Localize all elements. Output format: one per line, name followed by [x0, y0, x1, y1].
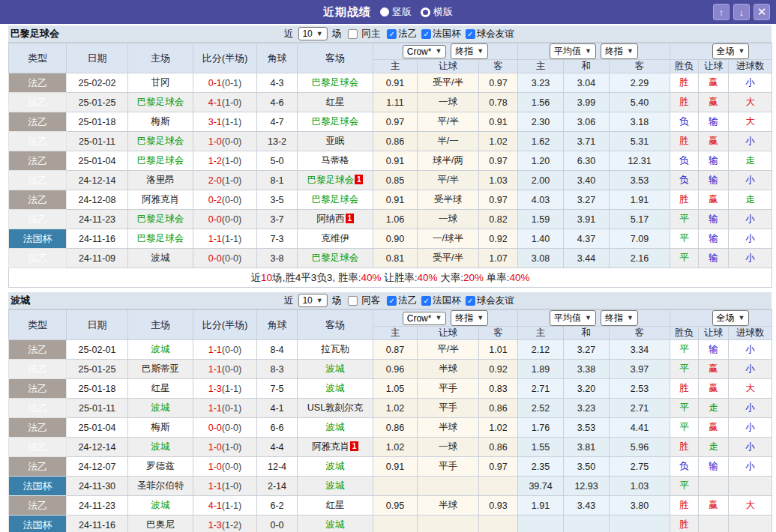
sub-col-label: 主 [518, 60, 564, 73]
bookmaker-select[interactable]: Crow*▼ [403, 312, 447, 325]
handicap-result-cell: 走 [699, 399, 729, 418]
away-odds-cell [479, 477, 518, 496]
home-team-cell: 波城 [128, 340, 193, 360]
radio-horizontal-layout[interactable]: 横版 [421, 5, 453, 19]
away-team-name: 阿纳西 [316, 214, 345, 224]
radio-horizontal-label: 横版 [433, 5, 453, 19]
league-checkbox[interactable]: ✓ [421, 29, 431, 39]
league-checkbox[interactable]: ✓ [387, 296, 397, 306]
same-venue-label: 同客 [361, 294, 380, 307]
avg-away-cell: 2.16 [610, 249, 670, 268]
fulltime-select[interactable]: 全场▼ [712, 310, 750, 326]
same-venue-checkbox[interactable]: ✓ [348, 296, 358, 306]
halftime-score: (0-0) [222, 195, 241, 205]
sub-col-label: 胜负 [670, 60, 699, 73]
league-checkbox[interactable]: ✓ [421, 296, 431, 306]
table-row: 法乙25-01-11波城1-1(0-1)4-1USL敦刻尔克1.02平手0.86… [9, 399, 772, 418]
corner-cell: 7-3 [257, 229, 298, 249]
league-checkbox[interactable]: ✓ [466, 296, 475, 306]
move-up-button[interactable]: ↑ [713, 4, 730, 20]
panel-title: 近期战绩 [323, 5, 371, 19]
corner-cell: 2-14 [257, 477, 298, 496]
handicap-result-cell: 走 [699, 438, 729, 457]
goals-result-cell: 小 [729, 171, 772, 190]
type-cell: 法乙 [9, 418, 67, 438]
close-button[interactable]: ✕ [754, 4, 770, 20]
avg-home-cell: 1.89 [518, 360, 564, 379]
away-team-name: 巴黎足球会 [312, 116, 359, 127]
average-select[interactable]: 平均值▼ [550, 310, 596, 326]
average-select[interactable]: 平均值▼ [550, 43, 596, 59]
table-row: 法乙24-12-07罗德兹1-0(0-0)12-4波城0.91平手0.972.3… [9, 457, 772, 477]
final-odds-select-2[interactable]: 终指▼ [601, 310, 638, 326]
fulltime-score: 4-1 [208, 501, 222, 511]
match-count-select[interactable]: 10 ▼ [298, 27, 327, 40]
summary-text: 40% [361, 272, 381, 283]
fulltime-score: 1-1 [208, 403, 222, 414]
table-row: 法乙24-12-14洛里昂2-0(1-0)8-1巴黎足球会10.85平/半1.0… [9, 171, 772, 190]
score-cell: 1-0(0-0) [193, 132, 257, 151]
corner-cell: 4-3 [257, 73, 298, 93]
away-team-name: 巴黎足球会 [307, 175, 355, 185]
home-team-name: 巴黎足球会 [137, 97, 184, 107]
summary-row: 近10场,胜4平3负3, 胜率:40% 让胜率:40% 大率:20% 单率:40… [9, 268, 772, 288]
chevron-down-icon: ▼ [477, 48, 484, 55]
result-cell: 平 [670, 340, 699, 360]
away-team-name: 波城 [326, 519, 345, 530]
away-odds-cell: 0.97 [479, 190, 518, 210]
league-label: 法乙 [398, 295, 417, 306]
result-cell: 负 [670, 112, 699, 132]
avg-home-cell: 2.12 [518, 340, 564, 360]
date-cell: 25-01-04 [67, 418, 128, 438]
avg-draw-cell: 3.91 [564, 210, 610, 229]
away-team-cell: 波城 [298, 418, 373, 438]
away-team-name: 巴黎足球会 [312, 194, 359, 205]
games-label: 场 [332, 28, 342, 40]
title-bar: 近期战绩 竖版 横版 ↑ ↓ ✕ [0, 0, 776, 24]
league-filters: ✓法乙✓法国杯✓球会友谊 [382, 294, 514, 307]
handicap-cell: 受平/半 [418, 73, 479, 93]
halftime-score: (1-0) [222, 175, 241, 186]
avg-draw-cell: 3.40 [564, 171, 610, 190]
date-cell: 25-01-11 [67, 132, 128, 151]
team-section: 波城 近 10 ▼ 场 ✓ 同客 ✓法乙✓法国杯✓球会友谊 [0, 292, 776, 532]
fulltime-score: 1-2 [208, 156, 222, 166]
sub-col-label: 进球数 [729, 60, 772, 73]
move-down-button[interactable]: ↓ [733, 4, 750, 20]
home-team-cell: 波城 [128, 399, 193, 418]
sub-col-label: 胜负 [670, 327, 699, 340]
score-cell: 1-1(1-0) [193, 477, 257, 496]
away-team-cell: 巴黎足球会1 [298, 171, 373, 190]
handicap-cell: 半球 [418, 360, 479, 379]
fulltime-score: 2-0 [208, 175, 222, 186]
league-checkbox[interactable]: ✓ [466, 29, 475, 39]
avg-away-cell: 5.96 [610, 438, 670, 457]
fulltime-score: 3-1 [208, 117, 222, 127]
bookmaker-select[interactable]: Crow*▼ [403, 45, 447, 58]
final-odds-select-2[interactable]: 终指▼ [601, 43, 638, 59]
match-count-select[interactable]: 10 ▼ [298, 294, 327, 307]
final-odds-select-1[interactable]: 终指▼ [451, 310, 488, 326]
league-checkbox[interactable]: ✓ [387, 29, 397, 39]
halftime-score: (1-0) [222, 481, 241, 492]
table-row: 法乙24-11-23波城4-1(1-1)6-2红星0.95半球0.931.913… [9, 496, 772, 516]
radio-vertical-layout[interactable]: 竖版 [380, 5, 412, 19]
date-cell: 24-11-16 [67, 516, 128, 532]
home-odds-cell: 0.86 [373, 418, 418, 438]
halftime-score: (0-1) [222, 78, 241, 88]
away-team-cell: 红星 [298, 93, 373, 112]
table-row: 法乙25-02-02甘冈0-1(0-1)4-3巴黎足球会0.91受平/半0.97… [9, 73, 772, 93]
home-odds-cell: 1.05 [373, 379, 418, 399]
table-row: 法乙24-11-09波城0-0(0-0)3-8巴黎足球会0.81受平/半1.07… [9, 249, 772, 268]
home-odds-cell: 1.11 [373, 93, 418, 112]
fulltime-select[interactable]: 全场▼ [712, 43, 750, 59]
summary-text: 40% [418, 272, 438, 283]
handicap-result-cell: 赢 [699, 496, 729, 516]
final-odds-select-1[interactable]: 终指▼ [451, 43, 488, 59]
type-cell: 法国杯 [9, 477, 67, 496]
handicap-result-cell [699, 516, 729, 532]
home-team-cell: 甘冈 [128, 73, 193, 93]
avg-draw-cell: 3.06 [564, 112, 610, 132]
away-odds-cell: 0.82 [479, 210, 518, 229]
same-venue-checkbox[interactable]: ✓ [348, 29, 358, 39]
